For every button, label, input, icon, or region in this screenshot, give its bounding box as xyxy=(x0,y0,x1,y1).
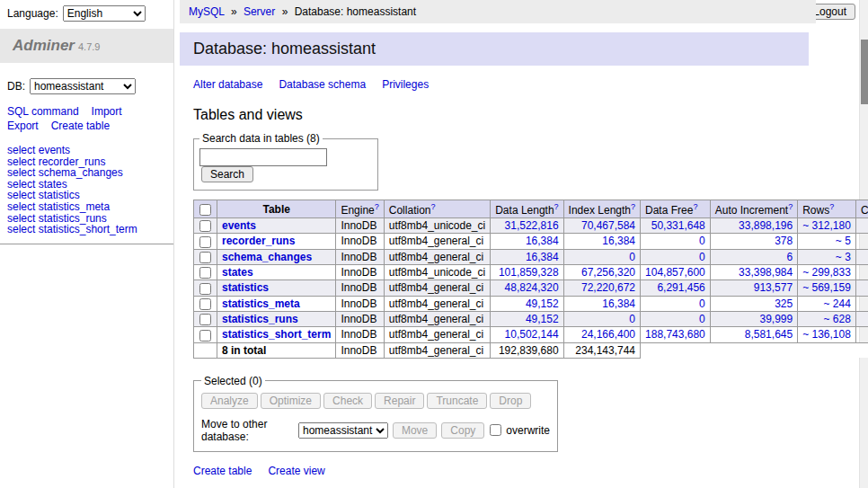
drop-button[interactable]: Drop xyxy=(490,393,531,409)
rows-link[interactable]: ~ 136,108 xyxy=(802,328,851,341)
help-link[interactable]: ? xyxy=(375,202,379,211)
index-length-link[interactable]: 72,220,672 xyxy=(581,281,635,294)
help-link[interactable]: ? xyxy=(829,202,834,211)
analyze-button[interactable]: Analyze xyxy=(201,393,258,409)
data-length-link[interactable]: 16,384 xyxy=(526,251,559,263)
table-name-link-statistics_short_term[interactable]: statistics_short_term xyxy=(222,328,331,341)
table-name-link-events[interactable]: events xyxy=(222,219,256,232)
language-row: Language:English xyxy=(0,0,173,25)
sidebar-link-sql-command[interactable]: SQL command xyxy=(7,105,79,118)
main-content: Alter databaseDatabase schemaPrivileges … xyxy=(180,78,816,488)
copy-button[interactable]: Copy xyxy=(441,422,484,439)
index-length-link[interactable]: 67,256,320 xyxy=(581,266,635,279)
select-link-statistics_short_term[interactable]: select xyxy=(7,223,35,235)
breadcrumb-server-link[interactable]: Server xyxy=(244,5,275,18)
link-database-schema[interactable]: Database schema xyxy=(279,78,366,91)
breadcrumb-mysql-link[interactable]: MySQL xyxy=(189,5,225,18)
search-input[interactable] xyxy=(199,148,327,166)
auto-increment-link[interactable]: 325 xyxy=(775,297,793,310)
data-length-link[interactable]: 48,824,320 xyxy=(505,281,559,294)
rows-link[interactable]: ~ 3 xyxy=(836,251,851,263)
row-checkbox-recorder_runs[interactable] xyxy=(199,236,211,248)
help-link[interactable]: ? xyxy=(554,202,559,211)
rows-link[interactable]: ~ 628 xyxy=(824,313,851,325)
truncate-button[interactable]: Truncate xyxy=(427,393,487,409)
table-name-link-recorder_runs[interactable]: recorder_runs xyxy=(222,235,295,247)
index-length-link[interactable]: 70,467,584 xyxy=(581,219,635,232)
help-link[interactable]: ? xyxy=(693,202,697,211)
link-privileges[interactable]: Privileges xyxy=(382,78,429,91)
move-button[interactable]: Move xyxy=(393,422,437,439)
index-length-link[interactable]: 24,166,400 xyxy=(581,328,635,341)
table-name-link-statistics_meta[interactable]: statistics_meta xyxy=(222,297,300,310)
rows-link[interactable]: ~ 569,159 xyxy=(802,281,851,294)
auto-increment-link[interactable]: 33,898,196 xyxy=(739,219,793,232)
data-free-link[interactable]: 0 xyxy=(699,251,705,263)
data-free-link[interactable]: 6,291,456 xyxy=(657,281,704,294)
data-free-link[interactable]: 0 xyxy=(699,297,705,310)
repair-button[interactable]: Repair xyxy=(375,393,424,409)
auto-increment-link[interactable]: 39,999 xyxy=(759,313,793,325)
check-button[interactable]: Check xyxy=(323,393,372,409)
table-name-link-statistics[interactable]: statistics xyxy=(222,281,269,294)
table-link-statistics_short_term[interactable]: statistics_short_term xyxy=(39,223,137,235)
help-link[interactable]: ? xyxy=(788,202,793,211)
index-length-link[interactable]: 16,384 xyxy=(602,235,635,247)
row-checkbox-states[interactable] xyxy=(199,267,211,279)
rows-link[interactable]: ~ 312,180 xyxy=(802,219,851,232)
move-db-select[interactable]: homeassistant xyxy=(298,422,388,439)
data-free-link[interactable]: 50,331,648 xyxy=(651,219,705,232)
scrollbar-thumb[interactable] xyxy=(861,40,868,104)
row-checkbox-events[interactable] xyxy=(199,220,211,232)
language-select[interactable]: English xyxy=(63,5,146,22)
rows-link[interactable]: ~ 5 xyxy=(836,235,851,247)
help-link[interactable]: ? xyxy=(430,202,435,211)
data-free-link[interactable]: 0 xyxy=(699,313,705,325)
row-checkbox-statistics[interactable] xyxy=(199,283,211,295)
search-button[interactable]: Search xyxy=(201,166,253,182)
data-free-link[interactable]: 188,743,680 xyxy=(645,328,705,341)
row-checkbox-statistics_short_term[interactable] xyxy=(199,330,211,342)
index-length-link[interactable]: 16,384 xyxy=(602,297,635,310)
table-name-cell: statistics_runs xyxy=(217,311,336,326)
select-all-checkbox[interactable] xyxy=(199,204,211,216)
auto-increment-link[interactable]: 6 xyxy=(786,251,793,263)
data-free-link[interactable]: 0 xyxy=(699,235,705,247)
breadcrumb-current: Database: homeassistant xyxy=(295,5,416,18)
data-length-link[interactable]: 10,502,144 xyxy=(505,328,559,341)
link-create-view[interactable]: Create view xyxy=(268,465,324,477)
auto-increment-link[interactable]: 8,581,645 xyxy=(745,328,793,341)
table-name-link-states[interactable]: states xyxy=(222,266,253,279)
data-free-link[interactable]: 104,857,600 xyxy=(645,266,705,279)
data-free-link-cell: 0 xyxy=(641,296,711,311)
data-length-link[interactable]: 31,522,816 xyxy=(505,219,559,232)
auto-increment-link-cell: 325 xyxy=(710,296,797,311)
db-select[interactable]: homeassistant xyxy=(30,78,136,94)
index-length-link[interactable]: 0 xyxy=(629,313,635,325)
data-length-link[interactable]: 16,384 xyxy=(526,235,559,247)
sidebar-link-export[interactable]: Export xyxy=(7,120,39,132)
row-checkbox-statistics_meta[interactable] xyxy=(199,298,211,310)
help-link[interactable]: ? xyxy=(631,202,635,211)
data-length-link[interactable]: 49,152 xyxy=(526,297,559,310)
auto-increment-link[interactable]: 33,398,984 xyxy=(739,266,793,279)
rows-link[interactable]: ~ 244 xyxy=(824,297,851,310)
table-name-link-statistics_runs[interactable]: statistics_runs xyxy=(222,313,298,325)
optimize-button[interactable]: Optimize xyxy=(261,393,321,409)
auto-increment-link[interactable]: 913,577 xyxy=(754,281,793,294)
search-fieldset: Search data in tables (8) Search xyxy=(193,132,378,191)
row-checkbox-schema_changes[interactable] xyxy=(199,252,211,263)
auto-increment-link[interactable]: 378 xyxy=(775,235,793,247)
link-create-table[interactable]: Create table xyxy=(193,465,252,477)
table-name-link-schema_changes[interactable]: schema_changes xyxy=(222,251,312,263)
link-alter-database[interactable]: Alter database xyxy=(193,78,262,91)
rows-link[interactable]: ~ 299,833 xyxy=(802,266,851,279)
sidebar-link-create-table[interactable]: Create table xyxy=(51,120,110,132)
row-checkbox-statistics_runs[interactable] xyxy=(199,314,211,325)
sidebar-link-import[interactable]: Import xyxy=(92,105,122,118)
index-length-link[interactable]: 0 xyxy=(629,251,635,263)
overwrite-checkbox[interactable] xyxy=(490,424,501,436)
rows-link-cell: ~ 5 xyxy=(798,234,856,249)
data-length-link[interactable]: 49,152 xyxy=(526,313,559,325)
data-length-link[interactable]: 101,859,328 xyxy=(499,266,559,279)
